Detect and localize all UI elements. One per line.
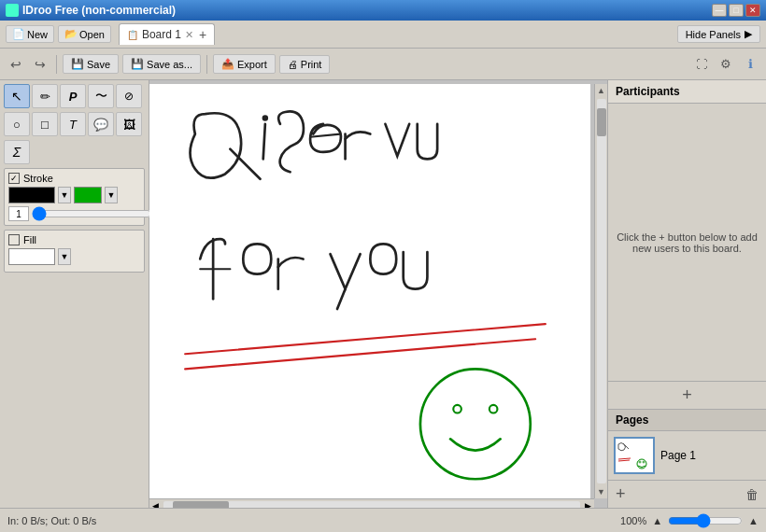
delete-page-button[interactable]: 🗑 bbox=[745, 487, 759, 502]
stroke-size-input[interactable] bbox=[8, 206, 29, 221]
toolbar-sep-1 bbox=[56, 55, 57, 74]
new-label: New bbox=[27, 29, 48, 40]
h-scroll-thumb[interactable] bbox=[173, 501, 229, 509]
svg-rect-4 bbox=[616, 439, 653, 472]
speech-bubble-tool[interactable]: 💬 bbox=[88, 112, 114, 136]
save-as-label: Save as... bbox=[147, 59, 192, 70]
h-scroll-track bbox=[163, 501, 580, 509]
scroll-track bbox=[597, 99, 606, 483]
main-layout: ↖ ✏ P 〜 ⊘ ○ □ T bbox=[0, 80, 766, 508]
rect-tool[interactable]: □ bbox=[32, 112, 58, 136]
image-tool[interactable]: 🖼 bbox=[116, 112, 142, 136]
svg-point-1 bbox=[420, 369, 531, 479]
scroll-down-button[interactable]: ▼ bbox=[595, 485, 607, 498]
add-participant-button[interactable]: + bbox=[608, 381, 766, 409]
top-tabs: 📄 New 📂 Open 📋 Board 1 ✕ + Hide Panels ▶ bbox=[0, 21, 766, 49]
formula-tool[interactable]: Σ bbox=[4, 140, 30, 164]
text-icon: T bbox=[69, 118, 77, 132]
app-title: IDroo Free (non-commercial) bbox=[22, 4, 176, 17]
vertical-scrollbar[interactable]: ▲ ▼ bbox=[594, 84, 607, 498]
maximize-button[interactable]: □ bbox=[729, 4, 744, 17]
text-tool[interactable]: T bbox=[60, 112, 86, 136]
pencil-icon: ✏ bbox=[40, 90, 50, 104]
tab-add-icon[interactable]: + bbox=[199, 27, 206, 42]
ellipse-icon: ○ bbox=[13, 118, 21, 132]
curve-tool[interactable]: 〜 bbox=[88, 84, 114, 108]
stroke-size-row bbox=[8, 206, 140, 221]
drawing-area bbox=[149, 84, 590, 504]
print-button[interactable]: 🖨 Print bbox=[279, 55, 331, 74]
new-icon: 📄 bbox=[12, 28, 25, 40]
pen-icon: P bbox=[69, 90, 78, 104]
export-label: Export bbox=[237, 59, 267, 70]
stroke-size-slider[interactable] bbox=[32, 206, 152, 221]
stroke-color-green[interactable] bbox=[74, 187, 102, 203]
select-tool[interactable]: ↖ bbox=[4, 84, 30, 108]
tab-close-icon[interactable]: ✕ bbox=[185, 29, 193, 41]
print-label: Print bbox=[301, 59, 322, 70]
undo-button[interactable]: ↩ bbox=[6, 54, 26, 75]
scroll-up-button[interactable]: ▲ bbox=[595, 84, 607, 97]
fill-label-row: Fill bbox=[8, 234, 140, 245]
board-tab-label: Board 1 bbox=[142, 28, 181, 41]
undo-icon: ↩ bbox=[10, 57, 21, 72]
zoom-increase-icon[interactable]: ▲ bbox=[748, 515, 759, 526]
add-page-button[interactable]: + bbox=[616, 484, 626, 504]
svg-point-2 bbox=[453, 405, 461, 413]
new-button[interactable]: 📄 New bbox=[6, 25, 54, 43]
scroll-left-button[interactable]: ◀ bbox=[149, 501, 162, 509]
stroke-section: Stroke ▼ ▼ bbox=[4, 168, 145, 226]
title-bar: IDroo Free (non-commercial) — □ ✕ bbox=[0, 0, 766, 21]
hide-panels-button[interactable]: Hide Panels ▶ bbox=[677, 25, 760, 43]
pencil-tool[interactable]: ✏ bbox=[32, 84, 58, 108]
minimize-button[interactable]: — bbox=[712, 4, 727, 17]
stroke-label: Stroke bbox=[23, 173, 53, 184]
scroll-right-button[interactable]: ▶ bbox=[582, 501, 594, 509]
toolbar-right: ⛶ ⚙ ℹ bbox=[691, 54, 760, 75]
fill-color-swatch[interactable] bbox=[8, 248, 55, 265]
page-1-thumbnail[interactable] bbox=[614, 437, 655, 474]
redo-icon: ↪ bbox=[35, 57, 46, 72]
help-button[interactable]: ℹ bbox=[740, 54, 760, 75]
save-as-button[interactable]: 💾 Save as... bbox=[122, 54, 201, 74]
zoom-decrease-icon[interactable]: ▲ bbox=[652, 515, 662, 526]
hide-panels-label: Hide Panels bbox=[686, 29, 741, 40]
stroke-color-black[interactable] bbox=[8, 187, 55, 203]
add-page-row: + 🗑 bbox=[608, 480, 766, 508]
save-as-icon: 💾 bbox=[131, 58, 144, 70]
redo-button[interactable]: ↪ bbox=[30, 54, 50, 75]
ellipse-tool[interactable]: ○ bbox=[4, 112, 30, 136]
pen-tool[interactable]: P bbox=[60, 84, 86, 108]
open-button[interactable]: 📂 Open bbox=[58, 25, 111, 43]
gear-icon: ⚙ bbox=[720, 57, 731, 71]
participants-header: Participants bbox=[608, 80, 766, 104]
image-icon: 🖼 bbox=[123, 118, 135, 132]
eraser-tool[interactable]: ⊘ bbox=[116, 84, 142, 108]
save-button[interactable]: 💾 Save bbox=[63, 54, 119, 74]
tool-row-1: ↖ ✏ P 〜 ⊘ bbox=[4, 84, 145, 108]
export-button[interactable]: 📤 Export bbox=[213, 54, 276, 74]
svg-point-3 bbox=[489, 405, 498, 413]
stroke-checkbox[interactable] bbox=[8, 173, 20, 184]
participants-title: Participants bbox=[616, 85, 680, 98]
board-tab[interactable]: 📋 Board 1 ✕ + bbox=[119, 23, 215, 45]
whiteboard-canvas[interactable] bbox=[149, 84, 590, 504]
info-icon: ℹ bbox=[748, 57, 753, 71]
settings-button[interactable]: ⚙ bbox=[716, 54, 736, 75]
zoom-slider[interactable] bbox=[668, 513, 743, 528]
fill-color-row: ▼ bbox=[8, 248, 140, 265]
bubble-icon: 💬 bbox=[93, 118, 108, 132]
stroke-color-green-dropdown[interactable]: ▼ bbox=[105, 187, 118, 203]
title-bar-controls: — □ ✕ bbox=[712, 4, 760, 17]
eraser-icon: ⊘ bbox=[124, 90, 134, 103]
close-button[interactable]: ✕ bbox=[745, 4, 760, 17]
open-icon: 📂 bbox=[64, 28, 78, 40]
fullscreen-button[interactable]: ⛶ bbox=[691, 54, 712, 75]
toolbar: ↩ ↪ 💾 Save 💾 Save as... 📤 Export 🖨 Print… bbox=[0, 49, 766, 80]
fill-color-dropdown[interactable]: ▼ bbox=[58, 248, 71, 265]
horizontal-scrollbar[interactable]: ◀ ▶ bbox=[149, 498, 594, 508]
fill-checkbox[interactable] bbox=[8, 234, 20, 245]
stroke-color-dropdown[interactable]: ▼ bbox=[58, 187, 71, 203]
sigma-icon: Σ bbox=[13, 145, 21, 160]
scroll-thumb[interactable] bbox=[597, 108, 606, 136]
